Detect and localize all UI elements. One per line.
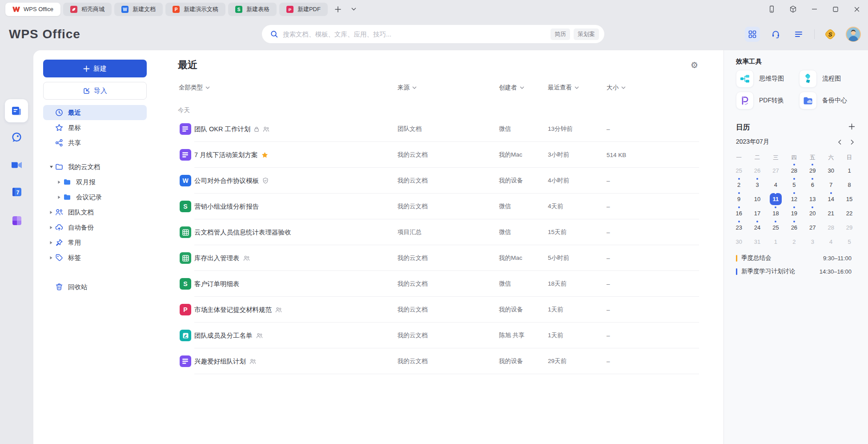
filter-4[interactable]: 大小 [607,84,626,92]
calendar-day[interactable]: 16 [730,206,748,220]
calendar-day[interactable]: 1 [767,234,785,249]
file-row[interactable]: 团队 OKR 工作计划团队文档微信13分钟前– [178,116,699,142]
calendar-day[interactable]: 29 [804,163,822,178]
calendar-day[interactable]: 31 [748,234,766,249]
calendar-day[interactable]: 8 [840,178,858,192]
tab-tab-sheet[interactable]: S新建表格 [228,3,277,16]
calendar-day[interactable]: 18 [767,206,785,220]
calendar-day[interactable]: 28 [785,163,803,178]
calendar-day[interactable]: 27 [804,220,822,234]
calendar-day[interactable]: 29 [840,220,858,234]
calendar-prev-icon[interactable] [835,137,844,146]
tab-tab-doc[interactable]: W新建文档 [114,3,163,16]
quick-tag-0[interactable]: 简历 [551,28,570,40]
calendar-day[interactable]: 24 [748,220,766,234]
calendar-day[interactable]: 7 [822,178,840,192]
filter-1[interactable]: 来源 [398,84,417,92]
expand-arrow-down-icon[interactable] [48,165,55,169]
sidebar-item-folder-open-3[interactable]: 我的云文档 [43,159,147,174]
calendar-next-icon[interactable] [848,137,856,146]
file-row[interactable]: 兴趣爱好组队计划我的云文档我的设备29天前– [178,348,699,374]
calendar-day[interactable]: 10 [748,192,766,206]
calendar-day[interactable]: 26 [748,163,766,178]
search-input[interactable] [283,31,547,38]
rail-item-meeting[interactable] [0,160,33,170]
sidebar-item-trash[interactable]: 回收站 [43,279,147,295]
calendar-day[interactable]: 9 [730,192,748,206]
sidebar-item-cloud-up-7[interactable]: 自动备份 [43,220,147,235]
calendar-day[interactable]: 22 [840,206,858,220]
apps-grid-icon[interactable] [745,27,760,42]
sidebar-item-pin-8[interactable]: 常用 [43,235,147,250]
calendar-day[interactable]: 13 [804,192,822,206]
calendar-day[interactable]: 25 [730,163,748,178]
minimize-button[interactable] [809,4,819,14]
calendar-day[interactable]: 26 [785,220,803,234]
file-row[interactable]: 库存出入管理表我的云文档我的Mac5小时前– [178,245,699,271]
sidebar-item-folder-filled-4[interactable]: 双月报 [43,174,147,190]
calendar-day[interactable]: 3 [804,234,822,249]
sidebar-item-clock-0[interactable]: 最近 [43,105,147,120]
tool-flowchart[interactable]: 流程图 [799,70,857,88]
file-row[interactable]: S营销小组业绩分析报告我的云文档微信4天前– [178,194,699,219]
expand-arrow-right-icon[interactable] [56,195,63,199]
close-button[interactable] [852,4,862,14]
user-avatar[interactable] [846,27,861,42]
calendar-day[interactable]: 3 [748,178,766,192]
calendar-day[interactable]: 23 [730,220,748,234]
file-row[interactable]: 云文档管人员信息统计表理器验收项目汇总微信15天前– [178,219,699,245]
file-row[interactable]: P市场主体登记提交材料规范我的云文档我的设备1天前– [178,297,699,323]
tab-wps-logo[interactable]: WPS Office [5,3,60,16]
calendar-add-icon[interactable] [847,121,856,131]
file-row[interactable]: 团队成员及分工名单我的云文档陈旭 共享1天前– [178,323,699,348]
calendar-day[interactable]: 6 [804,178,822,192]
menu-icon[interactable] [791,27,806,42]
file-row[interactable]: S客户订单明细表我的云文档微信18天前– [178,271,699,297]
tab-tab-pdf[interactable]: P新建PDF [279,3,328,16]
calendar-day[interactable]: 4 [822,234,840,249]
filter-3[interactable]: 最近查看 [548,84,579,92]
rail-item-apps[interactable] [0,215,33,226]
sidebar-item-star-1[interactable]: 星标 [43,120,147,135]
calendar-day[interactable]: 5 [840,234,858,249]
workspace-icon[interactable] [788,4,798,14]
calendar-day[interactable]: 5 [785,178,803,192]
tool-pdf-convert[interactable]: PDF转换 [736,92,794,109]
expand-arrow-right-icon[interactable] [48,256,55,260]
calendar-event[interactable]: 季度总结会9:30–11:00 [736,251,856,265]
expand-arrow-right-icon[interactable] [48,210,55,214]
calendar-event[interactable]: 新季度学习计划讨论14:30–16:00 [736,265,856,278]
mobile-icon[interactable] [767,4,776,14]
maximize-button[interactable] [831,4,840,14]
tab-docer[interactable]: 稻壳商城 [63,3,112,16]
calendar-day[interactable]: 2 [730,178,748,192]
calendar-day[interactable]: 25 [767,220,785,234]
expand-arrow-right-icon[interactable] [56,180,63,184]
tool-mindmap[interactable]: 思维导图 [736,70,794,88]
vip-badge-icon[interactable]: S [823,27,838,42]
calendar-day[interactable]: 30 [730,234,748,249]
quick-tag-1[interactable]: 策划案 [574,28,599,40]
calendar-day[interactable]: 27 [767,163,785,178]
filter-2[interactable]: 创建者 [499,84,524,92]
calendar-day[interactable]: 19 [785,206,803,220]
expand-arrow-right-icon[interactable] [48,226,55,230]
new-tab-button[interactable] [332,4,344,15]
sidebar-item-tag-9[interactable]: 标签 [43,250,147,265]
calendar-day-selected[interactable]: 11 [767,192,785,206]
calendar-day[interactable]: 17 [748,206,766,220]
rail-item-chat[interactable] [0,131,33,143]
expand-arrow-right-icon[interactable] [48,241,55,245]
tab-list-dropdown[interactable] [348,4,360,15]
calendar-day[interactable]: 21 [822,206,840,220]
filter-0[interactable]: 全部类型 [179,84,210,92]
calendar-day[interactable]: 4 [767,178,785,192]
file-row[interactable]: W公司对外合作协议模板我的云文档我的设备4小时前– [178,168,699,194]
tab-tab-ppt[interactable]: P新建演示文稿 [165,3,225,16]
new-document-button[interactable]: 新建 [43,60,147,77]
search-bar[interactable]: 简历策划案 [262,25,604,43]
calendar-day[interactable]: 28 [822,220,840,234]
tool-backup[interactable]: 备份中心 [799,92,857,109]
rail-item-calendar[interactable]: 7 [0,186,33,198]
import-button[interactable]: 导入 [43,82,147,100]
